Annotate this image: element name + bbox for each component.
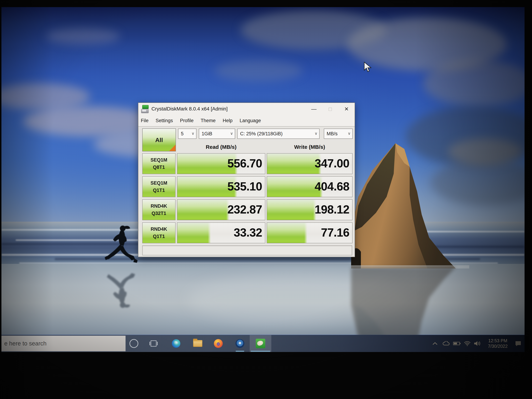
close-button[interactable]: ✕ xyxy=(338,103,355,115)
test-size-value: 1GiB xyxy=(202,131,212,137)
tray-volume-button[interactable] xyxy=(472,335,482,352)
read-value-cell: 232.87 xyxy=(177,199,265,220)
rock-formation xyxy=(351,138,469,268)
write-value: 198.12 xyxy=(315,203,349,216)
result-row: RND4K Q1T1 33.32 77.16 xyxy=(138,222,355,243)
read-value-cell: 556.70 xyxy=(177,153,265,174)
tray-date: 7/30/2022 xyxy=(488,343,507,349)
test-label-cell: RND4K Q1T1 xyxy=(142,222,176,243)
menu-item-theme[interactable]: Theme xyxy=(197,115,219,126)
cortana-button[interactable] xyxy=(125,335,142,352)
test-label-cell: RND4K Q32T1 xyxy=(142,199,176,220)
test-count-value: 5 xyxy=(181,131,184,137)
crystaldiskmark-taskbar-button[interactable] xyxy=(250,335,271,352)
tray-chevron-button[interactable] xyxy=(431,335,439,352)
test-name: SEQ1M xyxy=(151,180,167,186)
search-input[interactable]: e here to search xyxy=(1,336,126,351)
task-view-button[interactable] xyxy=(145,335,162,352)
result-row: SEQ1M Q1T1 535.10 404.68 xyxy=(138,176,355,197)
test-count-select[interactable]: 5 ∨ xyxy=(178,129,196,139)
firefox-button[interactable] xyxy=(210,335,227,352)
file-explorer-button[interactable] xyxy=(189,335,206,352)
menu-bar: FileSettingsProfileThemeHelpLanguage xyxy=(138,115,355,127)
taskbar: e here to search xyxy=(1,335,525,352)
battery-icon xyxy=(453,342,461,345)
test-queue: Q1T1 xyxy=(153,188,165,193)
test-size-select[interactable]: 1GiB ∨ xyxy=(199,129,235,139)
test-queue: Q1T1 xyxy=(153,234,165,239)
test-queue: Q32T1 xyxy=(152,211,166,216)
wifi-icon xyxy=(464,341,471,346)
disk-tool-icon xyxy=(235,339,244,348)
unit-value: MB/s xyxy=(327,131,338,137)
run-all-button[interactable]: All xyxy=(142,128,176,152)
write-bar-fill xyxy=(267,223,307,243)
target-drive-select[interactable]: C: 25% (29/118GiB) ∨ xyxy=(237,129,320,139)
menu-item-file[interactable]: File xyxy=(138,115,152,126)
write-bar-fill xyxy=(267,177,323,197)
unit-select[interactable]: MB/s ∨ xyxy=(324,129,353,139)
desktop-screen: CrystalDiskMark 8.0.4 x64 [Admin] — □ ✕ … xyxy=(1,7,525,352)
active-indicator xyxy=(251,351,270,352)
file-explorer-icon xyxy=(193,340,202,347)
chevron-up-icon xyxy=(432,342,438,345)
write-value: 77.16 xyxy=(321,226,349,239)
read-value: 535.10 xyxy=(227,180,262,193)
read-value-cell: 33.32 xyxy=(177,222,265,243)
read-value: 556.70 xyxy=(227,157,262,170)
window-title: CrystalDiskMark 8.0.4 x64 [Admin] xyxy=(152,106,228,112)
speaker-icon xyxy=(474,341,481,346)
crystaldiskmark-app-icon xyxy=(141,105,149,113)
results-rows: SEQ1M Q8T1 556.70 347.00 SEQ1M Q1T1 535.… xyxy=(138,153,355,245)
rock-reflection xyxy=(351,267,469,342)
mouse-cursor xyxy=(364,62,373,73)
notification-icon xyxy=(515,341,521,346)
test-queue: Q8T1 xyxy=(153,165,165,170)
result-row: RND4K Q32T1 232.87 198.12 xyxy=(138,199,355,220)
read-column-header: Read (MB/s) xyxy=(177,142,265,152)
cortana-icon xyxy=(129,339,138,348)
edge-icon xyxy=(172,339,180,348)
menu-item-help[interactable]: Help xyxy=(219,115,236,126)
crystaldiskmark-icon xyxy=(256,339,265,348)
cloud xyxy=(46,28,120,44)
minimize-button[interactable]: — xyxy=(306,103,322,115)
crystaldiskmark-window: CrystalDiskMark 8.0.4 x64 [Admin] — □ ✕ … xyxy=(138,102,355,257)
test-name: RND4K xyxy=(151,203,167,209)
menu-item-language[interactable]: Language xyxy=(236,115,264,126)
tray-wifi-button[interactable] xyxy=(462,335,472,352)
running-indicator xyxy=(236,351,244,352)
target-drive-value: C: 25% (29/118GiB) xyxy=(240,131,283,137)
maximize-button[interactable]: □ xyxy=(322,103,338,115)
cloud xyxy=(214,60,303,82)
write-value-cell: 77.16 xyxy=(267,222,353,243)
menu-item-settings[interactable]: Settings xyxy=(152,115,177,126)
disk-tool-button[interactable] xyxy=(231,335,248,352)
tray-onedrive-button[interactable] xyxy=(441,335,451,352)
status-message-box xyxy=(142,245,352,255)
search-text: e here to search xyxy=(1,340,46,347)
write-value-cell: 347.00 xyxy=(267,153,353,174)
read-value: 232.87 xyxy=(227,203,262,216)
write-bar-fill xyxy=(267,200,316,220)
edge-button[interactable] xyxy=(168,335,185,352)
title-bar[interactable]: CrystalDiskMark 8.0.4 x64 [Admin] — □ ✕ xyxy=(138,103,355,115)
notification-center-button[interactable] xyxy=(513,335,523,352)
tray-clock[interactable]: 12:53 PM 7/30/2022 xyxy=(483,335,513,352)
menu-item-profile[interactable]: Profile xyxy=(177,115,197,126)
write-value-cell: 198.12 xyxy=(267,199,353,220)
read-value-cell: 535.10 xyxy=(177,176,265,197)
runner-reflection xyxy=(105,266,139,309)
read-bar-fill xyxy=(177,200,229,220)
result-row: SEQ1M Q8T1 556.70 347.00 xyxy=(138,153,355,174)
tray-battery-button[interactable] xyxy=(452,335,462,352)
task-view-icon xyxy=(150,340,158,347)
tray-time: 12:53 PM xyxy=(488,338,507,343)
firefox-icon xyxy=(214,339,223,348)
read-bar-fill xyxy=(177,223,211,243)
chevron-down-icon: ∨ xyxy=(191,131,194,136)
monitor-photo: CrystalDiskMark 8.0.4 x64 [Admin] — □ ✕ … xyxy=(0,0,532,399)
cloud-icon xyxy=(443,341,450,346)
chevron-down-icon: ∨ xyxy=(230,131,233,136)
runner-silhouette xyxy=(105,224,139,267)
